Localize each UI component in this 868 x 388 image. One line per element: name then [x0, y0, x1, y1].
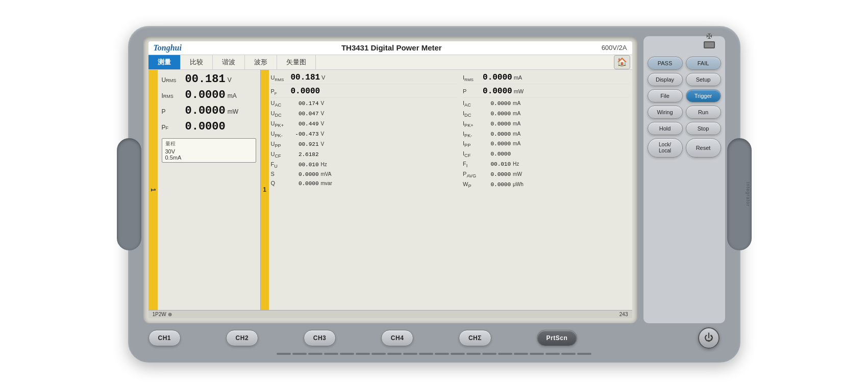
vent-slot [466, 353, 481, 355]
mid-pf-value: 0.0000 [291, 87, 320, 96]
vent-slot [403, 353, 417, 355]
range-current: 0.5mA [165, 154, 253, 161]
ch3-button[interactable]: CH3 [304, 330, 336, 346]
right-ipkm: IPK- 0.0000 mA [463, 130, 629, 140]
tab-harmonic[interactable]: 谐波 [213, 55, 245, 69]
pass-button[interactable]: PASS [648, 57, 683, 70]
mid-urms-value: 00.181 [291, 73, 320, 82]
right-p-value: 0.0000 [483, 87, 512, 96]
right-irms-unit: mA [514, 74, 523, 81]
range-title: 量程 [165, 140, 253, 147]
pf-value: 0.0000 [185, 120, 226, 133]
panel-mid: 1 URMS 00.181 V PF 0.0000 [261, 70, 460, 310]
setup-button[interactable]: Setup [686, 73, 721, 86]
right-ipp: IPP 0.0000 mA [463, 139, 629, 149]
tab-vector[interactable]: 矢量图 [277, 55, 316, 69]
fail-button[interactable]: FAIL [686, 57, 721, 70]
vent-slot [514, 353, 528, 355]
vent-slot [324, 353, 338, 355]
device-body: Integrator Tonghui TH3431 Digital Power … [128, 26, 740, 363]
mid-fu: FU 00.010 Hz [271, 160, 458, 170]
chsigma-button[interactable]: CHΣ [459, 330, 491, 346]
range-box: 量程 30V 0.5mA [162, 138, 256, 163]
control-panel: ✠ PASS FAIL Display Setup File Trigger [643, 36, 725, 323]
irms-unit: mA [228, 92, 237, 99]
pf-label: PF [162, 124, 183, 131]
ch2-button[interactable]: CH2 [226, 330, 259, 346]
irms-value: 0.0000 [185, 89, 226, 101]
device-title: TH3431 Digital Power Meter [341, 43, 442, 52]
irms-row: IRMS 0.0000 mA [162, 89, 256, 101]
handle-left [117, 138, 141, 250]
pass-fail-row: PASS FAIL [648, 57, 721, 70]
mid-upp: UPP 00.921 V [271, 140, 458, 150]
trigger-button[interactable]: Trigger [686, 89, 721, 102]
mid-uac: UAC 00.174 V [271, 99, 458, 109]
display-button[interactable]: Display [648, 73, 683, 86]
vent-slot [371, 353, 386, 355]
vent-slot [545, 353, 560, 355]
reset-button[interactable]: Reset [686, 138, 721, 158]
right-irms-value: 0.0000 [483, 73, 512, 82]
mid-s: S 0.0000 mVA [271, 170, 458, 179]
run-button[interactable]: Run [686, 106, 721, 119]
mid-upkp: UPK+ 00.449 V [271, 119, 458, 130]
panel-left: 1 URMS 00.181 V IRMS 0.0000 [148, 70, 261, 310]
device-spec: 600V/2A [602, 44, 627, 51]
mid-channel-indicator: 1 [261, 70, 269, 310]
status-right: 243 [619, 312, 628, 317]
bottom-buttons: CH1 CH2 CH3 CH4 CHΣ PrtScn ⏻ [143, 327, 725, 349]
vent-slot [277, 353, 291, 355]
right-wp: WP 0.0000 μWh [463, 180, 629, 190]
power-button[interactable]: ⏻ [698, 327, 720, 349]
vent-slot [577, 353, 591, 355]
lock-reset-row: Lock/Local Reset [648, 138, 721, 158]
p-value: 0.0000 [185, 105, 226, 117]
display-setup-row: Display Setup [648, 73, 721, 86]
usb-icon: ✠ [706, 32, 712, 40]
right-ipkp: IPK+ 0.0000 mA [463, 119, 629, 130]
screen-content: 测量 比较 谐波 波形 矢量图 🏠 1 [148, 55, 632, 318]
panel-right: IRMS 0.0000 mA P 0.0000 mW IAC [460, 70, 632, 310]
vent-slots [143, 353, 725, 355]
tabs-bar: 测量 比较 谐波 波形 矢量图 🏠 [148, 55, 632, 70]
mid-pf-row: PF 0.0000 [271, 85, 458, 98]
measurement-area: 1 URMS 00.181 V IRMS 0.0000 [148, 70, 632, 310]
tab-compare[interactable]: 比较 [181, 55, 213, 69]
p-label: P [162, 108, 183, 115]
prtscn-button[interactable]: PrtScn [537, 330, 578, 346]
vent-slot [530, 353, 544, 355]
stop-button[interactable]: Stop [686, 122, 721, 135]
ch1-button[interactable]: CH1 [148, 330, 181, 346]
vent-slot [387, 353, 402, 355]
wiring-button[interactable]: Wiring [648, 106, 683, 119]
tab-waveform[interactable]: 波形 [245, 55, 277, 69]
vent-slot [498, 353, 512, 355]
home-button[interactable]: 🏠 [614, 55, 630, 69]
pf-row: PF 0.0000 [162, 120, 256, 133]
status-left: 1P2W ⊕ [153, 312, 172, 317]
range-voltage: 30V [165, 148, 253, 154]
urms-label: URMS [162, 76, 183, 84]
hold-button[interactable]: Hold [648, 122, 683, 135]
vent-slot [292, 353, 307, 355]
lock-local-button[interactable]: Lock/Local [648, 138, 683, 158]
file-trigger-row: File Trigger [648, 89, 721, 102]
tab-measurement[interactable]: 测量 [148, 55, 181, 69]
vent-slot [419, 353, 433, 355]
urms-row: URMS 00.181 V [162, 73, 256, 86]
vent-slot [356, 353, 370, 355]
file-button[interactable]: File [648, 89, 683, 102]
p-row: P 0.0000 mW [162, 105, 256, 117]
right-iac: IAC 0.0000 mA [463, 99, 629, 109]
irms-label: IRMS [162, 92, 183, 99]
vent-slot [561, 353, 576, 355]
device-wrapper: Integrator Tonghui TH3431 Digital Power … [0, 0, 868, 388]
urms-value: 00.181 [185, 73, 226, 86]
urms-unit: V [228, 76, 232, 84]
vent-slot [451, 353, 465, 355]
vent-slot [435, 353, 449, 355]
mid-urms-unit: V [321, 74, 325, 81]
screen-header: Tonghui TH3431 Digital Power Meter 600V/… [148, 41, 632, 55]
ch4-button[interactable]: CH4 [381, 330, 414, 346]
